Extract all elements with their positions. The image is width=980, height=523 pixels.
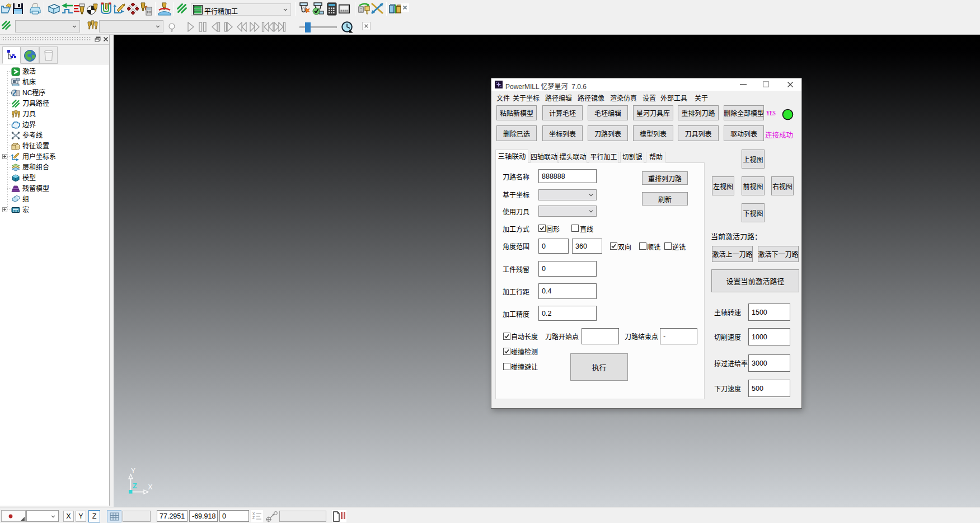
svg-text:Z: Z	[252, 516, 255, 520]
svg-text:Y: Y	[131, 467, 135, 475]
svg-text:Z: Z	[133, 482, 137, 490]
svg-text:X: X	[148, 483, 152, 491]
svg-text:X: X	[252, 512, 255, 516]
